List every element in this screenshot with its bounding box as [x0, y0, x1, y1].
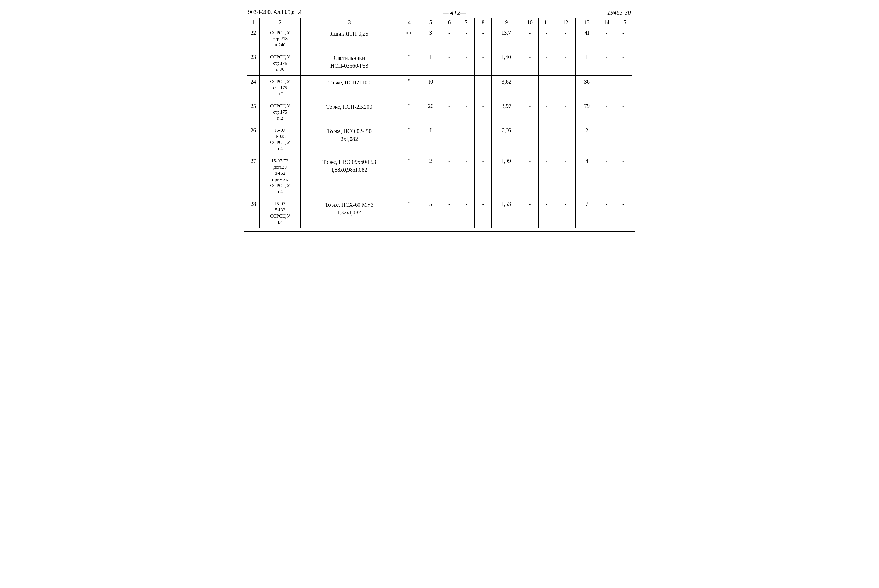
- top-bar: 903-I-200. Ал.I3.5,кн.4 — 412— 19463-30: [247, 9, 632, 16]
- row-ref-4: I5-07 3-023 ССРСЦ У т.4: [260, 124, 301, 155]
- row-col15-6: -: [615, 198, 632, 228]
- col-header-14: 14: [598, 18, 615, 27]
- col-header-1: 1: [247, 18, 260, 27]
- row-col7-2: -: [458, 75, 475, 100]
- row-col12-0: -: [555, 27, 576, 51]
- row-desc-4: То же, НСО 02-I50 2хI,082: [301, 124, 398, 155]
- row-col10-6: -: [521, 198, 538, 228]
- main-table: 1 2 3 4 5 6 7 8 9 10 11 12 13 14 15 22 С…: [247, 18, 632, 228]
- row-ref-3: ССРСЦ У стр.I75 п.2: [260, 100, 301, 124]
- row-col10-1: -: [521, 51, 538, 75]
- row-unit-2: ": [398, 75, 421, 100]
- row-col5-3: 20: [421, 100, 441, 124]
- row-col5-5: 2: [421, 155, 441, 198]
- table-row: 25 ССРСЦ У стр.I75 п.2 То же, НСП-2Iх200…: [247, 100, 632, 124]
- row-col13-0: 4I: [576, 27, 598, 51]
- row-col14-2: -: [598, 75, 615, 100]
- row-col13-2: 36: [576, 75, 598, 100]
- row-col14-4: -: [598, 124, 615, 155]
- col-header-9: 9: [491, 18, 521, 27]
- row-desc-3: То же, НСП-2Iх200: [301, 100, 398, 124]
- col-header-3: 3: [301, 18, 398, 27]
- row-col6-2: -: [441, 75, 458, 100]
- row-number-6: 28: [247, 198, 260, 228]
- row-col13-3: 79: [576, 100, 598, 124]
- row-ref-1: ССРСЦ У стр.I76 п.36: [260, 51, 301, 75]
- row-col8-3: -: [475, 100, 491, 124]
- row-col9-6: I,53: [491, 198, 521, 228]
- row-col15-5: -: [615, 155, 632, 198]
- row-col15-1: -: [615, 51, 632, 75]
- col-header-10: 10: [521, 18, 538, 27]
- row-col8-6: -: [475, 198, 491, 228]
- row-col13-4: 2: [576, 124, 598, 155]
- top-left-label: 903-I-200. Ал.I3.5,кн.4: [248, 9, 302, 15]
- table-row: 22 ССРСЦ У стр.218 п.240 Ящик ЯТП-0,25 ш…: [247, 27, 632, 51]
- row-col8-2: -: [475, 75, 491, 100]
- top-center-label: — 412—: [302, 9, 607, 16]
- row-col7-3: -: [458, 100, 475, 124]
- page-container: 903-I-200. Ал.I3.5,кн.4 — 412— 19463-30 …: [244, 6, 635, 232]
- row-col13-5: 4: [576, 155, 598, 198]
- row-number-0: 22: [247, 27, 260, 51]
- row-col9-2: 3,62: [491, 75, 521, 100]
- row-col15-4: -: [615, 124, 632, 155]
- row-col11-4: -: [538, 124, 555, 155]
- row-number-5: 27: [247, 155, 260, 198]
- row-col7-4: -: [458, 124, 475, 155]
- row-col10-3: -: [521, 100, 538, 124]
- row-col5-4: I: [421, 124, 441, 155]
- row-col7-0: -: [458, 27, 475, 51]
- row-col9-5: I,99: [491, 155, 521, 198]
- row-col12-4: -: [555, 124, 576, 155]
- row-col6-3: -: [441, 100, 458, 124]
- row-col7-1: -: [458, 51, 475, 75]
- col-header-15: 15: [615, 18, 632, 27]
- row-col10-0: -: [521, 27, 538, 51]
- table-row: 24 ССРСЦ У стр.I75 п.I То же, НСП2I-I00 …: [247, 75, 632, 100]
- col-header-4: 4: [398, 18, 421, 27]
- table-row: 27 I5-07/72 доп.20 3-I62 примеч. ССРСЦ У…: [247, 155, 632, 198]
- row-ref-6: I5-07 5-I32 ССРСЦ У т.4: [260, 198, 301, 228]
- col-header-5: 5: [421, 18, 441, 27]
- row-col13-1: I: [576, 51, 598, 75]
- row-col8-1: -: [475, 51, 491, 75]
- row-col12-6: -: [555, 198, 576, 228]
- row-col8-5: -: [475, 155, 491, 198]
- row-ref-5: I5-07/72 доп.20 3-I62 примеч. ССРСЦ У т.…: [260, 155, 301, 198]
- row-desc-6: То же, ПСХ-60 МУЗ I,32хI,082: [301, 198, 398, 228]
- row-unit-0: шт.: [398, 27, 421, 51]
- col-header-6: 6: [441, 18, 458, 27]
- row-col14-6: -: [598, 198, 615, 228]
- row-col10-4: -: [521, 124, 538, 155]
- row-unit-6: ": [398, 198, 421, 228]
- row-col8-4: -: [475, 124, 491, 155]
- row-number-4: 26: [247, 124, 260, 155]
- row-col7-5: -: [458, 155, 475, 198]
- row-number-1: 23: [247, 51, 260, 75]
- row-desc-5: То же, НВО 09х60/Р53 I,88х0,98хI,082: [301, 155, 398, 198]
- row-col9-0: I3,7: [491, 27, 521, 51]
- row-col11-3: -: [538, 100, 555, 124]
- row-col6-6: -: [441, 198, 458, 228]
- row-col5-0: 3: [421, 27, 441, 51]
- table-row: 26 I5-07 3-023 ССРСЦ У т.4 То же, НСО 02…: [247, 124, 632, 155]
- row-col12-2: -: [555, 75, 576, 100]
- row-col9-3: 3,97: [491, 100, 521, 124]
- row-col9-4: 2,I6: [491, 124, 521, 155]
- row-number-2: 24: [247, 75, 260, 100]
- row-col6-1: -: [441, 51, 458, 75]
- row-col14-5: -: [598, 155, 615, 198]
- row-col11-2: -: [538, 75, 555, 100]
- table-row: 28 I5-07 5-I32 ССРСЦ У т.4 То же, ПСХ-60…: [247, 198, 632, 228]
- row-unit-4: ": [398, 124, 421, 155]
- row-unit-5: ": [398, 155, 421, 198]
- row-col13-6: 7: [576, 198, 598, 228]
- col-header-13: 13: [576, 18, 598, 27]
- col-header-12: 12: [555, 18, 576, 27]
- table-row: 23 ССРСЦ У стр.I76 п.36 Светильники НСП-…: [247, 51, 632, 75]
- row-col6-4: -: [441, 124, 458, 155]
- row-col10-2: -: [521, 75, 538, 100]
- col-header-11: 11: [538, 18, 555, 27]
- row-col15-3: -: [615, 100, 632, 124]
